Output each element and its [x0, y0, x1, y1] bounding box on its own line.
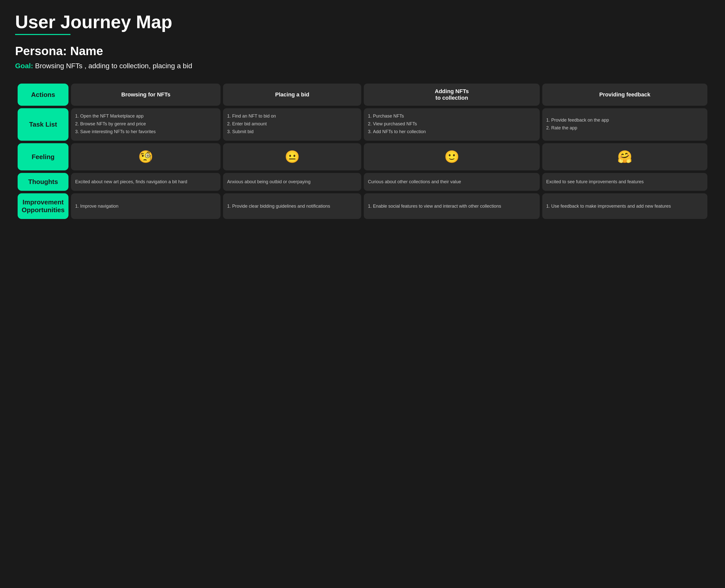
list-item: Open the NFT Marketplace app [80, 113, 216, 120]
list-item: Add NFTs to her collection [373, 128, 535, 135]
thoughts-row-header: Thoughts [18, 173, 68, 191]
feeling-cell-3: 🙂 [364, 143, 539, 170]
goal-row: Goal: Browsing NFTs , adding to collecti… [15, 62, 710, 70]
feeling-row: Feeling 🧐 😐 🙂 🤗 [18, 143, 707, 170]
page-title: User Journey Map [15, 12, 710, 32]
task-list-cell-2: Find an NFT to bid on Enter bid amount S… [223, 108, 361, 141]
persona-label: Persona: Name [15, 44, 710, 58]
list-item: Provide feedback on the app [551, 117, 703, 124]
task-list-cell-1: Open the NFT Marketplace app Browse NFTs… [71, 108, 221, 141]
task-list-3: Purchase NFTs View purchased NFTs Add NF… [368, 113, 535, 135]
list-item: Find an NFT to bid on [232, 113, 357, 120]
task-list-1: Open the NFT Marketplace app Browse NFTs… [75, 113, 216, 135]
thoughts-cell-1: Excited about new art pieces, finds navi… [71, 173, 221, 191]
task-list-cell-3: Purchase NFTs View purchased NFTs Add NF… [364, 108, 539, 141]
actions-row-header: Actions [18, 84, 68, 106]
col-header-4: Providing feedback [542, 84, 707, 106]
improvement-cell-4: 1. Use feedback to make improvements and… [542, 193, 707, 219]
task-list-row: Task List Open the NFT Marketplace app B… [18, 108, 707, 141]
feeling-cell-1: 🧐 [71, 143, 221, 170]
col-header-3: Adding NFTs to collection [364, 84, 539, 106]
list-item: Save interesting NFTs to her favorites [80, 128, 216, 135]
list-item: View purchased NFTs [373, 121, 535, 127]
thoughts-row: Thoughts Excited about new art pieces, f… [18, 173, 707, 191]
title-underline [15, 34, 70, 35]
improvement-row-header: Improvement Opportunities [18, 193, 68, 219]
thoughts-cell-3: Curious about other collections and thei… [364, 173, 539, 191]
thoughts-cell-4: Excited to see future improvements and f… [542, 173, 707, 191]
task-list-4: Provide feedback on the app Rate the app [546, 117, 703, 131]
list-item: Enter bid amount [232, 121, 357, 127]
task-list-2: Find an NFT to bid on Enter bid amount S… [227, 113, 357, 135]
actions-row: Actions Browsing for NFTs Placing a bid … [18, 84, 707, 106]
list-item: Browse NFTs by genre and price [80, 121, 216, 127]
improvement-cell-3: 1. Enable social features to view and in… [364, 193, 539, 219]
goal-text: Browsing NFTs , adding to collection, pl… [33, 62, 192, 70]
list-item: Submit bid [232, 128, 357, 135]
feeling-cell-2: 😐 [223, 143, 361, 170]
improvement-cell-1: 1. Improve navigation [71, 193, 221, 219]
feeling-cell-4: 🤗 [542, 143, 707, 170]
improvement-row: Improvement Opportunities 1. Improve nav… [18, 193, 707, 219]
thoughts-cell-2: Anxious about being outbid or overpaying [223, 173, 361, 191]
list-item: Rate the app [551, 125, 703, 131]
task-list-row-header: Task List [18, 108, 68, 141]
list-item: Purchase NFTs [373, 113, 535, 120]
col-header-1: Browsing for NFTs [71, 84, 221, 106]
task-list-cell-4: Provide feedback on the app Rate the app [542, 108, 707, 141]
improvement-cell-2: 1. Provide clear bidding guidelines and … [223, 193, 361, 219]
feeling-row-header: Feeling [18, 143, 68, 170]
col-header-2: Placing a bid [223, 84, 361, 106]
goal-keyword: Goal: [15, 62, 33, 70]
journey-table: Actions Browsing for NFTs Placing a bid … [15, 81, 710, 222]
